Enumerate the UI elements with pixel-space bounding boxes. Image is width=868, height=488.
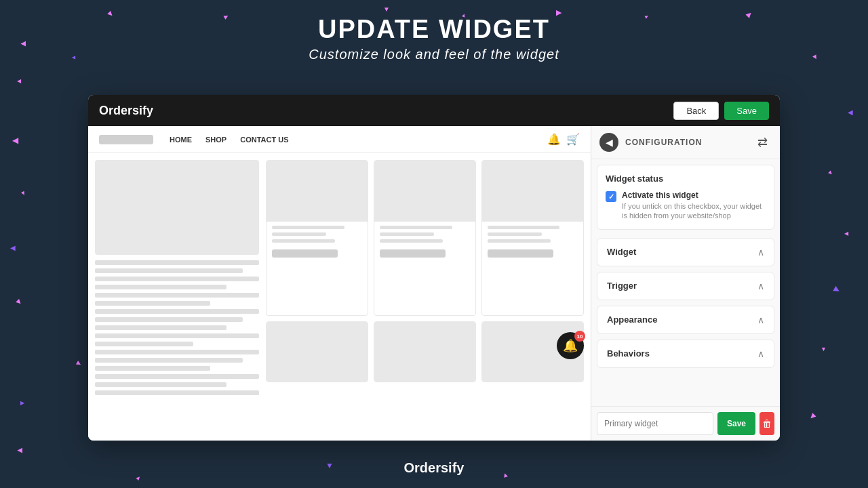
app-content: HOME SHOP CONTACT US 🔔 🛒 [88,126,780,441]
sim-card-line [488,232,542,236]
sim-nav-contact: CONTACT US [240,136,288,144]
sim-card-lines [374,222,475,247]
activate-checkbox[interactable] [606,191,616,202]
config-title: CONFIGURATION [625,138,746,147]
sim-card-line [380,226,452,229]
accordion-appearance-label: Appearance [607,314,657,325]
sim-nav: HOME SHOP CONTACT US 🔔 🛒 [88,126,591,153]
app-brand: Ordersify [99,104,673,118]
sim-text-line [95,374,259,379]
accordion-trigger-header[interactable]: Trigger ∧ [597,272,774,300]
sim-text-line [95,260,259,265]
back-button[interactable]: Back [673,102,719,120]
sim-card-lines [482,222,583,247]
sim-text-line [95,350,259,354]
sim-hero-column [95,160,266,434]
sim-product-card [266,160,368,316]
widget-name-input[interactable] [597,412,713,435]
page-footer: Ordersify [0,460,868,476]
config-back-button[interactable]: ◀ [599,133,618,152]
config-header: ◀ CONFIGURATION ⇄ [591,126,780,159]
sim-card-lines [267,222,368,247]
sim-product-card [374,321,476,382]
sim-page-content [88,153,591,441]
accordion-trigger-label: Trigger [607,281,637,291]
config-back-icon: ◀ [606,137,613,148]
delete-icon: 🗑 [762,418,772,429]
sim-text-lines [95,260,259,395]
sim-nav-home: HOME [170,136,192,144]
sim-text-line [95,277,259,281]
save-top-button[interactable]: Save [724,102,769,120]
sim-text-line [95,293,259,298]
accordion-widget: Widget ∧ [597,238,774,266]
checkbox-label-title: Activate this widget [622,190,766,200]
sim-text-line [95,382,226,387]
sim-card-line [380,239,443,243]
sim-text-line [95,358,243,363]
sim-text-line [95,268,243,273]
sim-hero-image [95,160,259,255]
sim-card-line [272,239,335,243]
topbar-actions: Back Save [673,102,769,120]
sim-card-button [380,249,446,258]
sim-product-image [267,322,368,382]
bell-widget-icon: 🔔 [563,338,578,353]
sim-card-line [488,226,559,229]
widget-status-title: Widget status [606,174,766,184]
sim-card-line [272,226,344,229]
sim-logo [99,135,153,144]
activate-checkbox-row: Activate this widget If you untick on th… [606,190,766,221]
accordion-widget-header[interactable]: Widget ∧ [597,239,774,266]
accordion-appearance: Appearance ∧ [597,306,774,334]
widget-status: Widget status Activate this widget If yo… [597,165,774,229]
notification-bell-widget[interactable]: 🔔 10 [557,332,584,359]
refresh-icon: ⇄ [757,135,768,150]
sim-nav-icons: 🔔 🛒 [547,133,580,146]
cart-nav-icon: 🛒 [566,133,580,146]
sim-product-grid [266,160,584,434]
accordion-appearance-header[interactable]: Appearance ∧ [597,306,774,333]
sim-text-line [95,285,226,289]
sim-product-image [374,161,475,222]
config-refresh-button[interactable]: ⇄ [753,133,772,152]
accordion-behaviors-header[interactable]: Behaviors ∧ [597,340,774,367]
sim-product-card [374,160,476,316]
sim-text-line [95,317,243,322]
checkbox-label: Activate this widget If you untick on th… [622,190,766,221]
sim-product-image [267,161,368,222]
accordion-behaviors-chevron: ∧ [757,348,764,359]
sim-text-line [95,342,193,346]
delete-widget-button[interactable]: 🗑 [760,412,774,435]
preview-area: HOME SHOP CONTACT US 🔔 🛒 [88,126,591,441]
accordion-trigger: Trigger ∧ [597,272,774,300]
accordion-widget-chevron: ∧ [757,247,764,258]
sim-card-line [488,239,551,243]
config-panel: ◀ CONFIGURATION ⇄ Widget status Activate… [591,126,780,441]
sim-nav-shop: SHOP [205,136,226,144]
sim-product-image [482,161,583,222]
accordion-widget-label: Widget [607,247,636,257]
sim-card-button [488,249,553,258]
footer-brand: Ordersify [404,460,465,475]
accordion-appearance-chevron: ∧ [757,314,764,325]
sim-text-line [95,366,210,371]
sim-card-line [380,232,434,236]
sim-text-line [95,390,259,395]
page-subtitle: Customize look and feel of the widget [0,47,868,62]
save-config-button[interactable]: Save [717,412,755,435]
sim-text-line [95,309,259,314]
checkbox-label-hint: If you untick on this checkbox, your wid… [622,201,766,221]
sim-nav-links: HOME SHOP CONTACT US [170,136,547,144]
config-bottom-bar: Save 🗑 [591,406,780,441]
bell-nav-icon: 🔔 [547,133,561,146]
accordion-behaviors-label: Behaviors [607,348,650,359]
accordion-behaviors: Behaviors ∧ [597,340,774,368]
bell-badge: 10 [574,331,585,342]
page-header: UPDATE WIDGET Customize look and feel of… [0,0,868,73]
app-topbar: Ordersify Back Save [88,95,780,126]
sim-card-line [272,232,326,236]
sim-text-line [95,301,210,306]
widget-status-section: Widget status Activate this widget If yo… [597,165,774,230]
sim-card-button [272,249,338,258]
